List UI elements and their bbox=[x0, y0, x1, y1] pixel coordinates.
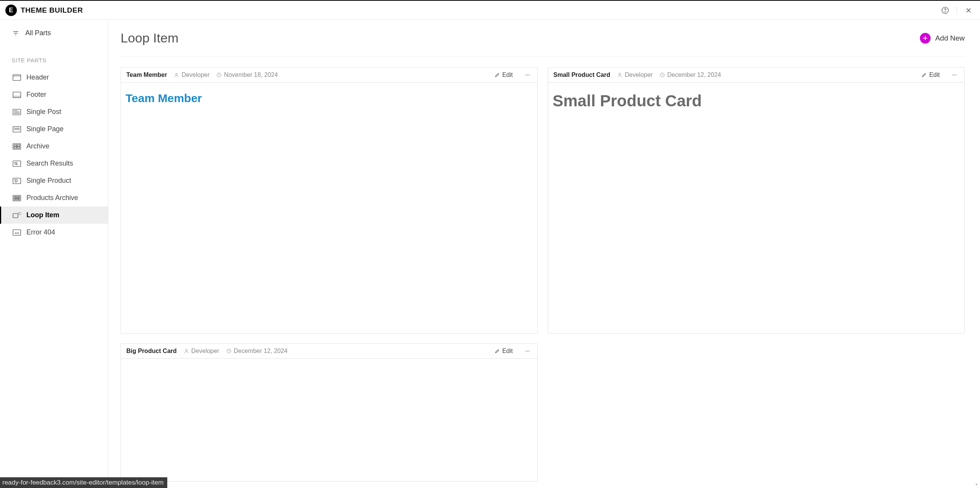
svg-point-40 bbox=[527, 351, 528, 351]
sidebar-all-parts[interactable]: All Parts bbox=[0, 24, 108, 42]
main-content: Loop Item + Add New Team Member Develope… bbox=[108, 20, 980, 488]
clock-icon bbox=[226, 348, 232, 354]
more-horizontal-icon bbox=[951, 72, 958, 78]
pencil-icon bbox=[921, 72, 927, 78]
pencil-icon bbox=[495, 348, 500, 354]
card-header: Small Product Card Developer December 12… bbox=[548, 68, 965, 83]
card-author: Developer bbox=[617, 72, 653, 78]
card-date-label: December 12, 2024 bbox=[667, 72, 721, 78]
archive-icon bbox=[13, 143, 21, 150]
card-edit-button[interactable]: Edit bbox=[921, 72, 940, 78]
card-edit-button[interactable]: Edit bbox=[495, 72, 513, 78]
loop-item-card: Big Product Card Developer December 12, … bbox=[121, 343, 538, 481]
add-new-button[interactable]: + Add New bbox=[920, 33, 965, 44]
status-bar-url: ready-for-feedback3.com/site-editor/temp… bbox=[0, 477, 167, 488]
clock-icon bbox=[660, 72, 665, 78]
more-horizontal-icon bbox=[524, 348, 531, 354]
svg-text:404: 404 bbox=[15, 231, 19, 234]
card-more-button[interactable] bbox=[950, 72, 959, 78]
more-horizontal-icon bbox=[524, 72, 531, 78]
close-button[interactable] bbox=[962, 4, 975, 16]
preview-heading: Team Member bbox=[126, 92, 533, 105]
sidebar-item-label: Loop Item bbox=[26, 211, 59, 219]
svg-point-36 bbox=[956, 75, 956, 75]
single-post-icon bbox=[13, 109, 21, 115]
scrollbar-down-arrow[interactable] bbox=[973, 481, 980, 488]
add-new-label: Add New bbox=[935, 34, 965, 42]
sidebar-item-single-post[interactable]: Single Post bbox=[0, 103, 108, 120]
sidebar-item-single-product[interactable]: Single Product bbox=[0, 172, 108, 189]
sidebar-item-search-results[interactable]: Search Results bbox=[0, 155, 108, 172]
user-icon bbox=[617, 72, 622, 78]
card-edit-label: Edit bbox=[502, 348, 513, 355]
card-title: Small Product Card bbox=[554, 72, 610, 78]
svg-rect-10 bbox=[17, 145, 20, 146]
user-icon bbox=[184, 348, 189, 354]
plus-icon: + bbox=[920, 33, 931, 44]
loop-item-card: Team Member Developer November 18, 2024 … bbox=[121, 67, 538, 333]
card-edit-button[interactable]: Edit bbox=[495, 348, 513, 355]
sidebar-item-label: Error 404 bbox=[26, 228, 55, 236]
sidebar-item-loop-item[interactable]: Loop Item bbox=[0, 207, 108, 224]
svg-point-35 bbox=[954, 75, 955, 75]
card-edit-label: Edit bbox=[929, 72, 940, 78]
svg-rect-17 bbox=[14, 196, 16, 198]
svg-point-30 bbox=[527, 75, 528, 75]
card-title: Team Member bbox=[126, 72, 167, 78]
svg-rect-7 bbox=[13, 126, 21, 132]
elementor-logo-icon: E bbox=[5, 5, 17, 16]
sidebar-item-single-page[interactable]: Single Page bbox=[0, 120, 108, 138]
card-author: Developer bbox=[174, 72, 209, 78]
sidebar-item-label: Footer bbox=[26, 91, 46, 99]
error-404-icon: 404 bbox=[13, 229, 21, 236]
svg-point-29 bbox=[525, 75, 526, 75]
svg-point-34 bbox=[952, 75, 953, 75]
sidebar-item-header[interactable]: Header bbox=[0, 69, 108, 86]
svg-point-31 bbox=[529, 75, 529, 75]
card-preview[interactable] bbox=[121, 359, 537, 481]
page-title: Loop Item bbox=[121, 31, 178, 46]
logo-letter: E bbox=[9, 7, 13, 14]
body-wrap: All Parts SITE PARTS Header Footer Singl… bbox=[0, 20, 980, 488]
chevron-down-icon bbox=[974, 482, 979, 487]
loop-item-icon bbox=[13, 212, 21, 219]
svg-rect-5 bbox=[13, 96, 21, 98]
svg-rect-22 bbox=[18, 198, 20, 200]
products-archive-icon bbox=[13, 195, 21, 202]
sidebar-item-label: Search Results bbox=[26, 159, 73, 168]
card-date-label: December 12, 2024 bbox=[234, 348, 288, 355]
help-icon bbox=[941, 7, 949, 14]
sidebar-item-error-404[interactable]: 404 Error 404 bbox=[0, 224, 108, 241]
sidebar-section-label: SITE PARTS bbox=[0, 42, 108, 69]
svg-rect-18 bbox=[16, 196, 18, 198]
header-divider bbox=[957, 6, 957, 15]
sidebar-item-footer[interactable]: Footer bbox=[0, 86, 108, 103]
sidebar-item-label: Single Page bbox=[26, 125, 64, 133]
card-more-button[interactable] bbox=[523, 348, 532, 354]
clock-icon bbox=[216, 72, 222, 78]
card-author-label: Developer bbox=[625, 72, 653, 78]
card-more-button[interactable] bbox=[523, 72, 532, 78]
footer-icon bbox=[13, 91, 21, 98]
card-preview[interactable]: Small Product Card bbox=[548, 83, 965, 333]
sidebar-item-label: Single Post bbox=[26, 108, 61, 116]
sidebar-item-label: Single Product bbox=[26, 177, 71, 185]
card-edit-label: Edit bbox=[502, 72, 513, 78]
svg-point-37 bbox=[185, 349, 187, 351]
sidebar-item-label: Products Archive bbox=[26, 194, 78, 202]
card-date-label: November 18, 2024 bbox=[224, 72, 278, 78]
svg-point-1 bbox=[945, 11, 945, 12]
svg-rect-24 bbox=[19, 212, 21, 215]
sidebar-item-archive[interactable]: Archive bbox=[0, 138, 108, 155]
sidebar: All Parts SITE PARTS Header Footer Singl… bbox=[0, 20, 108, 488]
search-results-icon bbox=[13, 160, 21, 167]
sidebar-item-products-archive[interactable]: Products Archive bbox=[0, 189, 108, 207]
help-button[interactable] bbox=[939, 4, 951, 16]
card-date: December 12, 2024 bbox=[226, 348, 288, 355]
app-header: E THEME BUILDER bbox=[0, 1, 980, 20]
svg-rect-21 bbox=[16, 198, 18, 200]
sidebar-item-label: Header bbox=[26, 73, 49, 81]
card-author-label: Developer bbox=[181, 72, 209, 78]
card-author: Developer bbox=[184, 348, 219, 355]
card-preview[interactable]: Team Member bbox=[121, 83, 537, 333]
